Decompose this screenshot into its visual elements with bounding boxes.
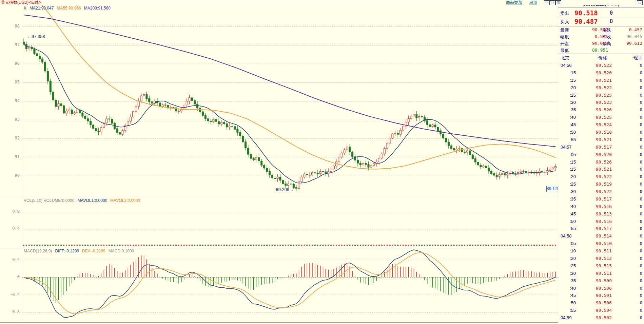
tick-time: :35 — [570, 196, 576, 202]
tick-time: :30 — [570, 100, 576, 105]
stat-value: 0.457 — [612, 27, 642, 32]
sell-quote-row[interactable]: 卖出 90.518 0 — [558, 9, 644, 18]
tick-lots: 0 — [626, 293, 642, 298]
overlay-link[interactable]: 商品叠加 — [506, 0, 522, 5]
tick-price: 90.511 — [592, 271, 612, 276]
divider — [558, 54, 644, 54]
tick-price: 90.526 — [592, 107, 612, 112]
stat-value: 90.045 — [612, 34, 642, 39]
tick-time: :50 — [570, 219, 576, 224]
stat-label: 最高 — [602, 41, 611, 47]
tick-time: 04:59 — [561, 315, 572, 320]
tick-time: :40 — [570, 286, 576, 291]
tick-lots: 0 — [626, 107, 642, 112]
tick-time: :10 — [570, 248, 576, 253]
tick-price: 90.520 — [592, 152, 612, 157]
tick-lots: 0 — [626, 263, 642, 268]
period-link[interactable]: 周期 — [529, 0, 537, 5]
tick-time: :05 — [570, 152, 576, 157]
buy-qty: 0 — [610, 18, 613, 24]
tick-row: :4590.5010 — [558, 292, 644, 300]
tick-price: 90.521 — [592, 137, 612, 142]
tick-time: :55 — [570, 226, 576, 231]
tick-row: :1090.5110 — [558, 248, 644, 255]
tick-time: :45 — [570, 211, 576, 216]
latest-price-tag: 89.128 — [546, 186, 559, 192]
window-restore-icon[interactable]: □ — [637, 0, 643, 5]
buy-quote-row[interactable]: 买入 90.487 0 — [558, 18, 644, 26]
tick-row: :5590.5210 — [558, 136, 644, 144]
candlestick-plot[interactable] — [0, 5, 558, 197]
pane-divider-volume[interactable] — [0, 197, 558, 197]
tick-time: 04:57 — [561, 145, 572, 150]
tick-time: :15 — [570, 78, 576, 83]
tick-row: :1590.5200 — [558, 70, 644, 77]
stat-label: 开盘 — [560, 41, 569, 47]
indicator-label: K — [24, 6, 26, 11]
tick-lots: 0 — [626, 278, 642, 283]
tick-row: :3090.5220 — [558, 188, 644, 196]
tick-time: :25 — [570, 263, 576, 268]
tick-row: :2090.5220 — [558, 84, 644, 92]
axis-divider — [22, 5, 22, 322]
scroll-left-icon[interactable]: ⇦ — [544, 0, 550, 5]
tick-row: :4590.5240 — [558, 121, 644, 129]
tick-price: 90.513 — [592, 211, 612, 216]
tick-row: :5590.5170 — [558, 225, 644, 233]
tick-lots: 0 — [626, 196, 642, 202]
tick-time: :35 — [570, 107, 576, 112]
tick-time: :45 — [570, 122, 576, 127]
ticks-table-header: 北京 价格 现手 — [558, 54, 644, 62]
tick-time: :15 — [570, 70, 576, 75]
tick-time: :25 — [570, 93, 576, 98]
sell-qty: 0 — [610, 10, 613, 16]
tick-time: :15 — [570, 167, 576, 172]
tick-row: :3590.5170 — [558, 196, 644, 203]
tick-price: 90.516 — [592, 219, 612, 224]
tick-price: 90.517 — [592, 145, 612, 150]
tick-lots: 0 — [626, 85, 642, 90]
tick-row: :2590.5250 — [558, 92, 644, 99]
tick-row: :4090.5250 — [558, 114, 644, 121]
tick-time: :40 — [570, 115, 576, 120]
tick-price: 90.506 — [592, 300, 612, 305]
tick-price: 90.517 — [592, 196, 612, 202]
tick-time: :25 — [570, 182, 576, 187]
top-toolbar: 美元指数(USD)<日线> 商品叠加 周期 ⇦ ⇨ ◫ □ — [0, 0, 644, 5]
tick-time: :55 — [570, 137, 576, 142]
chart-bottom-border — [0, 322, 644, 323]
tick-row: 04:5990.5020 — [558, 315, 644, 322]
tick-row: :4090.5060 — [558, 285, 644, 292]
tick-lots: 0 — [626, 100, 642, 105]
tick-time: :15 — [570, 159, 576, 165]
scroll-right-icon[interactable]: ⇨ — [550, 0, 555, 5]
macd-plot[interactable] — [0, 247, 558, 322]
tick-lots: 0 — [626, 189, 642, 194]
pane-divider-macd[interactable] — [0, 247, 558, 247]
tick-time: :20 — [570, 85, 576, 90]
indicator-label: MACD(12,26,9) — [24, 249, 52, 253]
tick-time: 04:56 — [561, 63, 572, 68]
tick-price: 90.516 — [592, 204, 612, 209]
tick-row: :2590.5190 — [558, 181, 644, 188]
tick-row: :3590.5260 — [558, 107, 644, 114]
time-sales-list[interactable]: 04:5690.5220:1590.5200:1590.5210:2090.52… — [558, 62, 644, 322]
tick-time: :20 — [570, 174, 576, 179]
macd-indicator-header: MACD(12,26,9)DIFF:-0.1299DEA:-0.2199MACD… — [24, 249, 137, 253]
indicator-label: VOL(5,10) VOLUME:0.0000 — [24, 198, 74, 203]
indicator-label: MAVOL1:0.0000 — [77, 198, 107, 203]
tick-row: 04:5890.5140 — [558, 233, 644, 240]
volume-plot[interactable] — [0, 197, 558, 247]
tick-lots: 0 — [626, 308, 642, 313]
volume-indicator-header: VOL(5,10) VOLUME:0.0000MAVOL1:0.0000MAVO… — [24, 198, 143, 203]
stat-label: 最新 — [560, 27, 569, 33]
sell-label: 卖出 — [560, 11, 569, 17]
split-view-icon[interactable]: ◫ — [555, 0, 561, 5]
main-indicator-header: KMA21:90.047MA55:90.966MA200:91.560 — [24, 6, 114, 11]
chart-area[interactable]: 989796959493929190 0.80.4 0.40-0.4-0.8 K… — [0, 0, 558, 324]
indicator-label: MA55:90.966 — [57, 6, 81, 11]
high-annotation: ←97.358 — [27, 34, 45, 39]
tick-lots: 0 — [626, 152, 642, 157]
tick-row: :5590.5040 — [558, 307, 644, 315]
tick-lots: 0 — [626, 63, 642, 68]
